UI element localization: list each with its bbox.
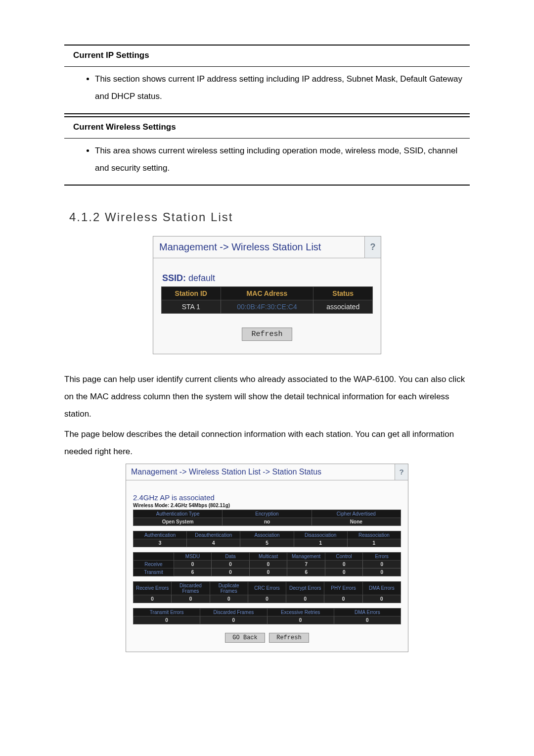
chevron-right-icon: -> <box>220 241 231 252</box>
col: DMA Errors <box>334 608 400 616</box>
table-row: 0 0 0 0 <box>134 616 401 624</box>
col: Authentication <box>134 531 187 539</box>
panel-titlebar: Management -> Wireless Station List -> S… <box>126 464 408 480</box>
table-row: 3 4 5 1 1 <box>134 539 401 547</box>
cell: 0 <box>249 568 287 576</box>
cell: 1 <box>347 539 400 547</box>
table-row: Transmit 6 0 0 6 0 0 <box>134 568 401 576</box>
col-station-id: Station ID <box>162 287 221 300</box>
rx-tx-table: MSDU Data Multicast Management Control E… <box>133 552 401 576</box>
col: Control <box>325 552 363 560</box>
section-current-ip: Current IP Settings This section shows c… <box>64 45 470 114</box>
cell: 0 <box>134 616 200 624</box>
row-label: Transmit <box>134 568 174 576</box>
col: Encryption <box>222 510 312 518</box>
cell: 3 <box>134 539 187 547</box>
section-body: This section shows current IP address se… <box>64 67 470 113</box>
cell: 0 <box>363 568 401 576</box>
station-status-panel: Management -> Wireless Station List -> S… <box>126 464 408 652</box>
ssid-label: SSID: <box>162 273 186 283</box>
cell: 0 <box>212 568 250 576</box>
cell: Open System <box>134 518 222 525</box>
cell: 0 <box>172 595 210 603</box>
cell: 0 <box>248 595 286 603</box>
col: Authentication Type <box>134 510 222 518</box>
col: Association <box>240 531 294 539</box>
rx-errors-table: Receive Errors Discarded Frames Duplicat… <box>133 581 401 603</box>
tx-errors-table: Transmit Errors Discarded Frames Excessi… <box>133 608 401 624</box>
cell: 0 <box>210 595 248 603</box>
chevron-right-icon: -> <box>179 468 189 476</box>
cell: 0 <box>334 616 400 624</box>
col: Deauthentication <box>187 531 240 539</box>
ssid-line: SSID: default <box>161 273 373 284</box>
col: Reassociation <box>347 531 400 539</box>
refresh-button[interactable]: Refresh <box>269 633 309 643</box>
cell-status: associated <box>313 300 373 314</box>
auth-table: Authentication Type Encryption Cipher Ad… <box>133 510 401 526</box>
go-back-button[interactable]: GO Back <box>225 633 265 643</box>
section-body: This area shows current wireless setting… <box>64 139 470 185</box>
ssid-value: default <box>188 273 215 283</box>
breadcrumb: Management -> Wireless Station List -> S… <box>126 464 395 480</box>
help-icon[interactable]: ? <box>364 236 381 258</box>
paragraph: The page below describes the detail conn… <box>64 426 470 461</box>
col: CRC Errors <box>248 581 286 595</box>
section-bullet: This section shows current IP address se… <box>95 71 470 105</box>
col: Excessive Retries <box>267 608 334 616</box>
breadcrumb-item: Station Status <box>272 468 321 476</box>
wireless-mode-line: Wireless Mode: 2.4GHz 54Mbps (802.11g) <box>133 503 401 508</box>
col: Data <box>212 552 250 560</box>
chevron-right-icon: -> <box>263 468 272 476</box>
col: Receive Errors <box>134 581 172 595</box>
table-row: Receive 0 0 0 7 0 0 <box>134 560 401 568</box>
col: Disassociation <box>294 531 347 539</box>
subsection-heading: 4.1.2 Wireless Station List <box>69 210 470 224</box>
cell: 0 <box>363 560 401 568</box>
row-label: Receive <box>134 560 174 568</box>
cell: 0 <box>174 560 212 568</box>
col-blank <box>134 552 174 560</box>
cell: 0 <box>362 595 400 603</box>
cell-station-id: STA 1 <box>162 300 221 314</box>
breadcrumb-item: Management <box>159 241 217 252</box>
cell: 0 <box>286 595 324 603</box>
cell: 0 <box>325 560 363 568</box>
help-icon[interactable]: ? <box>395 464 408 480</box>
col: Decrypt Errors <box>286 581 324 595</box>
section-bullet: This area shows current wireless setting… <box>95 142 470 177</box>
breadcrumb: Management -> Wireless Station List <box>153 236 364 258</box>
cell: 0 <box>134 595 172 603</box>
col: PHY Errors <box>324 581 362 595</box>
refresh-button[interactable]: Refresh <box>242 328 292 341</box>
table-row: 0 0 0 0 0 0 0 <box>134 595 401 603</box>
cell: 7 <box>287 560 325 568</box>
table-row: Open System no None <box>134 518 401 525</box>
cell: 6 <box>174 568 212 576</box>
cell: 0 <box>325 568 363 576</box>
cell: 0 <box>267 616 334 624</box>
cell: 0 <box>249 560 287 568</box>
col: MSDU <box>174 552 212 560</box>
col: Transmit Errors <box>134 608 200 616</box>
cell: 0 <box>212 560 250 568</box>
ap-status-line: 2.4GHz AP is associated <box>133 493 401 502</box>
col: Cipher Advertised <box>312 510 400 518</box>
table-row: STA 1 00:0B:4F:30:CE:C4 associated <box>162 300 373 314</box>
paragraph: This page can help user identify current… <box>64 371 470 423</box>
col: Errors <box>363 552 401 560</box>
station-table: Station ID MAC Adress Status STA 1 00:0B… <box>161 286 373 314</box>
col: Multicast <box>249 552 287 560</box>
assoc-counts-table: Authentication Deauthentication Associat… <box>133 531 401 547</box>
cell-mac-link[interactable]: 00:0B:4F:30:CE:C4 <box>221 300 313 314</box>
col: DMA Errors <box>362 581 400 595</box>
col: Discarded Frames <box>200 608 267 616</box>
col: Duplicate Frames <box>210 581 248 595</box>
wireless-station-list-panel: Management -> Wireless Station List ? SS… <box>153 236 381 354</box>
col: Management <box>287 552 325 560</box>
cell: 6 <box>287 568 325 576</box>
col-status: Status <box>313 287 373 300</box>
cell: None <box>312 518 400 525</box>
cell: 5 <box>240 539 294 547</box>
section-title: Current Wireless Settings <box>64 117 470 139</box>
